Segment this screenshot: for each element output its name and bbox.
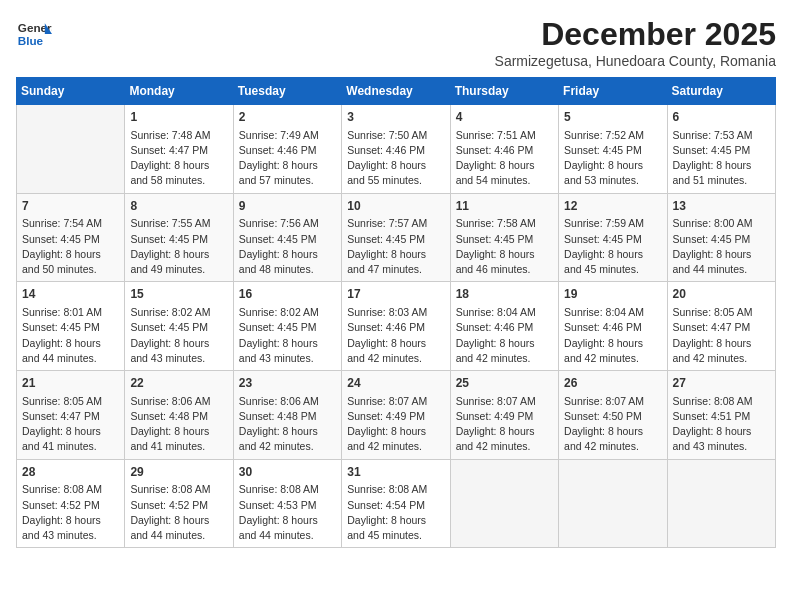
calendar-cell: 3Sunrise: 7:50 AM Sunset: 4:46 PM Daylig…	[342, 105, 450, 194]
cell-info: Sunrise: 7:58 AM Sunset: 4:45 PM Dayligh…	[456, 216, 553, 277]
day-number: 8	[130, 198, 227, 215]
header-cell-monday: Monday	[125, 78, 233, 105]
calendar-cell: 31Sunrise: 8:08 AM Sunset: 4:54 PM Dayli…	[342, 459, 450, 548]
day-number: 27	[673, 375, 770, 392]
month-year-title: December 2025	[495, 16, 776, 53]
cell-info: Sunrise: 8:06 AM Sunset: 4:48 PM Dayligh…	[130, 394, 227, 455]
calendar-cell: 20Sunrise: 8:05 AM Sunset: 4:47 PM Dayli…	[667, 282, 775, 371]
calendar-cell	[667, 459, 775, 548]
day-number: 1	[130, 109, 227, 126]
calendar-cell: 24Sunrise: 8:07 AM Sunset: 4:49 PM Dayli…	[342, 371, 450, 460]
cell-info: Sunrise: 8:06 AM Sunset: 4:48 PM Dayligh…	[239, 394, 336, 455]
calendar-cell: 18Sunrise: 8:04 AM Sunset: 4:46 PM Dayli…	[450, 282, 558, 371]
calendar-cell: 29Sunrise: 8:08 AM Sunset: 4:52 PM Dayli…	[125, 459, 233, 548]
calendar-header-row: SundayMondayTuesdayWednesdayThursdayFrid…	[17, 78, 776, 105]
header-cell-thursday: Thursday	[450, 78, 558, 105]
calendar-cell	[17, 105, 125, 194]
day-number: 26	[564, 375, 661, 392]
day-number: 13	[673, 198, 770, 215]
calendar-cell: 28Sunrise: 8:08 AM Sunset: 4:52 PM Dayli…	[17, 459, 125, 548]
cell-info: Sunrise: 7:48 AM Sunset: 4:47 PM Dayligh…	[130, 128, 227, 189]
cell-info: Sunrise: 8:04 AM Sunset: 4:46 PM Dayligh…	[564, 305, 661, 366]
title-block: December 2025 Sarmizegetusa, Hunedoara C…	[495, 16, 776, 69]
cell-info: Sunrise: 7:57 AM Sunset: 4:45 PM Dayligh…	[347, 216, 444, 277]
day-number: 11	[456, 198, 553, 215]
day-number: 7	[22, 198, 119, 215]
day-number: 31	[347, 464, 444, 481]
day-number: 22	[130, 375, 227, 392]
calendar-cell: 19Sunrise: 8:04 AM Sunset: 4:46 PM Dayli…	[559, 282, 667, 371]
calendar-cell	[450, 459, 558, 548]
cell-info: Sunrise: 8:04 AM Sunset: 4:46 PM Dayligh…	[456, 305, 553, 366]
calendar-cell: 11Sunrise: 7:58 AM Sunset: 4:45 PM Dayli…	[450, 193, 558, 282]
calendar-week-row: 28Sunrise: 8:08 AM Sunset: 4:52 PM Dayli…	[17, 459, 776, 548]
calendar-cell: 17Sunrise: 8:03 AM Sunset: 4:46 PM Dayli…	[342, 282, 450, 371]
cell-info: Sunrise: 8:08 AM Sunset: 4:52 PM Dayligh…	[130, 482, 227, 543]
cell-info: Sunrise: 7:56 AM Sunset: 4:45 PM Dayligh…	[239, 216, 336, 277]
cell-info: Sunrise: 8:07 AM Sunset: 4:50 PM Dayligh…	[564, 394, 661, 455]
cell-info: Sunrise: 8:07 AM Sunset: 4:49 PM Dayligh…	[347, 394, 444, 455]
calendar-cell: 7Sunrise: 7:54 AM Sunset: 4:45 PM Daylig…	[17, 193, 125, 282]
calendar-cell: 6Sunrise: 7:53 AM Sunset: 4:45 PM Daylig…	[667, 105, 775, 194]
cell-info: Sunrise: 7:53 AM Sunset: 4:45 PM Dayligh…	[673, 128, 770, 189]
day-number: 25	[456, 375, 553, 392]
header-cell-saturday: Saturday	[667, 78, 775, 105]
location-subtitle: Sarmizegetusa, Hunedoara County, Romania	[495, 53, 776, 69]
logo-icon: General Blue	[16, 16, 52, 52]
calendar-week-row: 21Sunrise: 8:05 AM Sunset: 4:47 PM Dayli…	[17, 371, 776, 460]
cell-info: Sunrise: 8:03 AM Sunset: 4:46 PM Dayligh…	[347, 305, 444, 366]
day-number: 16	[239, 286, 336, 303]
cell-info: Sunrise: 7:54 AM Sunset: 4:45 PM Dayligh…	[22, 216, 119, 277]
cell-info: Sunrise: 8:05 AM Sunset: 4:47 PM Dayligh…	[22, 394, 119, 455]
calendar-cell: 25Sunrise: 8:07 AM Sunset: 4:49 PM Dayli…	[450, 371, 558, 460]
calendar-cell: 13Sunrise: 8:00 AM Sunset: 4:45 PM Dayli…	[667, 193, 775, 282]
cell-info: Sunrise: 7:50 AM Sunset: 4:46 PM Dayligh…	[347, 128, 444, 189]
day-number: 30	[239, 464, 336, 481]
day-number: 6	[673, 109, 770, 126]
day-number: 10	[347, 198, 444, 215]
day-number: 14	[22, 286, 119, 303]
cell-info: Sunrise: 8:05 AM Sunset: 4:47 PM Dayligh…	[673, 305, 770, 366]
calendar-cell: 16Sunrise: 8:02 AM Sunset: 4:45 PM Dayli…	[233, 282, 341, 371]
calendar-cell: 12Sunrise: 7:59 AM Sunset: 4:45 PM Dayli…	[559, 193, 667, 282]
cell-info: Sunrise: 8:02 AM Sunset: 4:45 PM Dayligh…	[239, 305, 336, 366]
day-number: 15	[130, 286, 227, 303]
calendar-cell: 23Sunrise: 8:06 AM Sunset: 4:48 PM Dayli…	[233, 371, 341, 460]
day-number: 2	[239, 109, 336, 126]
header-cell-tuesday: Tuesday	[233, 78, 341, 105]
calendar-cell: 10Sunrise: 7:57 AM Sunset: 4:45 PM Dayli…	[342, 193, 450, 282]
day-number: 17	[347, 286, 444, 303]
day-number: 3	[347, 109, 444, 126]
calendar-week-row: 1Sunrise: 7:48 AM Sunset: 4:47 PM Daylig…	[17, 105, 776, 194]
calendar-cell: 9Sunrise: 7:56 AM Sunset: 4:45 PM Daylig…	[233, 193, 341, 282]
calendar-cell: 30Sunrise: 8:08 AM Sunset: 4:53 PM Dayli…	[233, 459, 341, 548]
calendar-cell: 22Sunrise: 8:06 AM Sunset: 4:48 PM Dayli…	[125, 371, 233, 460]
cell-info: Sunrise: 7:59 AM Sunset: 4:45 PM Dayligh…	[564, 216, 661, 277]
day-number: 29	[130, 464, 227, 481]
header-cell-sunday: Sunday	[17, 78, 125, 105]
calendar-cell: 21Sunrise: 8:05 AM Sunset: 4:47 PM Dayli…	[17, 371, 125, 460]
calendar-cell: 2Sunrise: 7:49 AM Sunset: 4:46 PM Daylig…	[233, 105, 341, 194]
calendar-cell: 8Sunrise: 7:55 AM Sunset: 4:45 PM Daylig…	[125, 193, 233, 282]
calendar-cell: 1Sunrise: 7:48 AM Sunset: 4:47 PM Daylig…	[125, 105, 233, 194]
day-number: 28	[22, 464, 119, 481]
calendar-table: SundayMondayTuesdayWednesdayThursdayFrid…	[16, 77, 776, 548]
calendar-cell: 15Sunrise: 8:02 AM Sunset: 4:45 PM Dayli…	[125, 282, 233, 371]
cell-info: Sunrise: 8:08 AM Sunset: 4:51 PM Dayligh…	[673, 394, 770, 455]
day-number: 21	[22, 375, 119, 392]
cell-info: Sunrise: 8:08 AM Sunset: 4:52 PM Dayligh…	[22, 482, 119, 543]
header-cell-wednesday: Wednesday	[342, 78, 450, 105]
header-cell-friday: Friday	[559, 78, 667, 105]
day-number: 23	[239, 375, 336, 392]
calendar-cell: 27Sunrise: 8:08 AM Sunset: 4:51 PM Dayli…	[667, 371, 775, 460]
cell-info: Sunrise: 8:07 AM Sunset: 4:49 PM Dayligh…	[456, 394, 553, 455]
cell-info: Sunrise: 8:01 AM Sunset: 4:45 PM Dayligh…	[22, 305, 119, 366]
day-number: 20	[673, 286, 770, 303]
cell-info: Sunrise: 8:02 AM Sunset: 4:45 PM Dayligh…	[130, 305, 227, 366]
cell-info: Sunrise: 7:49 AM Sunset: 4:46 PM Dayligh…	[239, 128, 336, 189]
day-number: 12	[564, 198, 661, 215]
calendar-cell: 26Sunrise: 8:07 AM Sunset: 4:50 PM Dayli…	[559, 371, 667, 460]
cell-info: Sunrise: 7:52 AM Sunset: 4:45 PM Dayligh…	[564, 128, 661, 189]
svg-text:Blue: Blue	[18, 34, 44, 47]
cell-info: Sunrise: 7:51 AM Sunset: 4:46 PM Dayligh…	[456, 128, 553, 189]
